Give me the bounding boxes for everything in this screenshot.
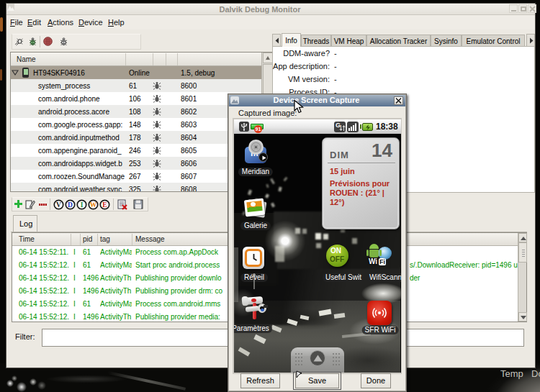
svg-text:E: E bbox=[102, 201, 107, 209]
svg-text:W: W bbox=[90, 201, 97, 209]
svg-text:I: I bbox=[81, 201, 84, 209]
svg-text:V: V bbox=[56, 201, 61, 209]
svg-text:D: D bbox=[68, 201, 73, 209]
